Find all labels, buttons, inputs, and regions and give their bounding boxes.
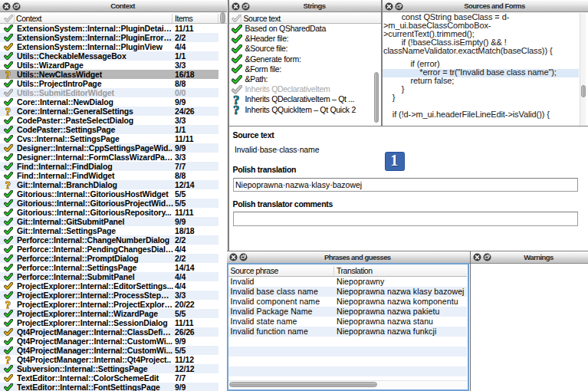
svg-text:1: 1 [390,153,398,169]
svg-text:?: ? [233,105,239,116]
